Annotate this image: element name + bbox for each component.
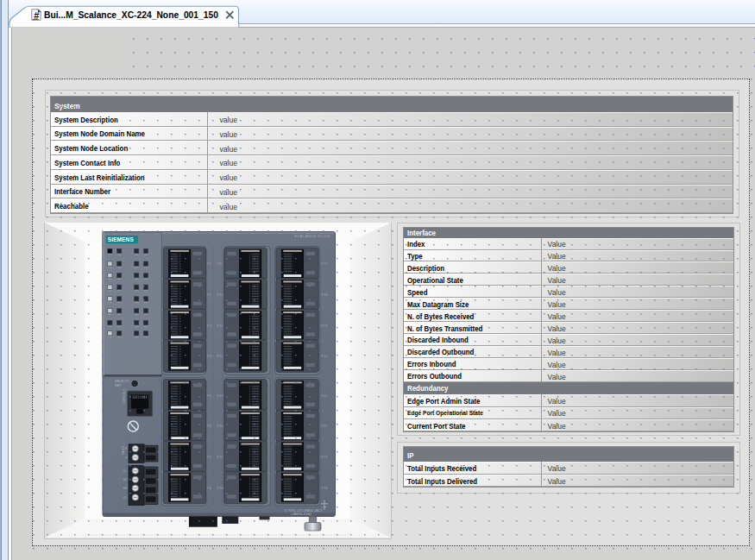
svg-text:L2+: L2+	[122, 496, 127, 500]
svg-text:CONSOLE: CONSOLE	[123, 388, 126, 404]
svg-text:+2AB96-4GA3: +2AB96-4GA3	[290, 513, 311, 516]
svg-text:P21: P21	[320, 393, 327, 398]
svg-text:M1: M1	[123, 478, 127, 481]
svg-text:L1+: L1+	[122, 469, 127, 473]
svg-text:P19: P19	[320, 324, 327, 328]
svg-text:P11: P11	[217, 324, 223, 328]
svg-text:P1: P1	[206, 261, 211, 266]
svg-text:P24: P24	[320, 486, 327, 490]
svg-text:6 7GK5 224-0BA00-2AC2: 6 7GK5 224-0BA00-2AC2	[285, 509, 323, 513]
svg-text:P5: P5	[206, 393, 211, 398]
svg-text:P10: P10	[217, 293, 223, 297]
svg-text:P7: P7	[206, 455, 211, 459]
svg-text:SIEMENS: SIEMENS	[107, 236, 134, 242]
svg-text:P22: P22	[320, 424, 327, 428]
svg-text:F: F	[125, 456, 127, 460]
svg-text:P18: P18	[320, 293, 327, 297]
svg-text:SET: SET	[115, 383, 122, 387]
svg-text:P20: P20	[320, 354, 327, 358]
svg-text:P3: P3	[206, 324, 211, 328]
svg-text:P13: P13	[217, 393, 223, 398]
svg-text:M2: M2	[123, 487, 127, 490]
svg-text:P9: P9	[217, 261, 222, 266]
svg-text:#: #	[34, 10, 39, 21]
svg-text:SCALANCE XC224: SCALANCE XC224	[294, 234, 330, 238]
svg-text:P4: P4	[206, 354, 211, 358]
svg-text:P12: P12	[217, 354, 223, 358]
svg-text:P8: P8	[206, 486, 211, 490]
svg-text:P16: P16	[217, 486, 223, 490]
svg-text:P15: P15	[217, 455, 223, 459]
svg-text:P2: P2	[206, 293, 211, 297]
svg-text:P6: P6	[206, 424, 211, 428]
svg-text:P23: P23	[320, 455, 327, 459]
svg-text:P17: P17	[320, 261, 327, 266]
svg-text:P14: P14	[217, 424, 223, 428]
